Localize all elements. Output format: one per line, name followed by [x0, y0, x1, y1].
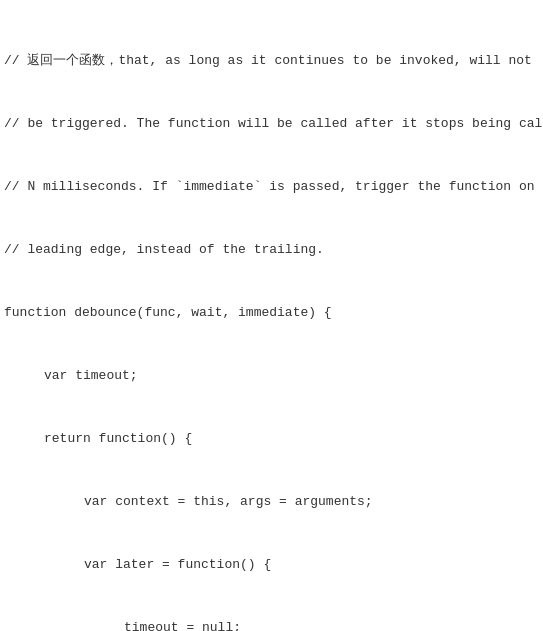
code-block: // 返回一个函数，that, as long as it continues …: [0, 0, 543, 631]
code-line-6: var timeout;: [4, 365, 539, 386]
code-line-9: var later = function() {: [4, 554, 539, 575]
code-line-4: // leading edge, instead of the trailing…: [4, 239, 539, 260]
code-line-3: // N milliseconds. If `immediate` is pas…: [4, 176, 539, 197]
code-line-1: // 返回一个函数，that, as long as it continues …: [4, 50, 539, 71]
code-line-7: return function() {: [4, 428, 539, 449]
code-line-8: var context = this, args = arguments;: [4, 491, 539, 512]
code-line-5: function debounce(func, wait, immediate)…: [4, 302, 539, 323]
code-line-2: // be triggered. The function will be ca…: [4, 113, 539, 134]
code-line-10: timeout = null;: [4, 617, 539, 631]
